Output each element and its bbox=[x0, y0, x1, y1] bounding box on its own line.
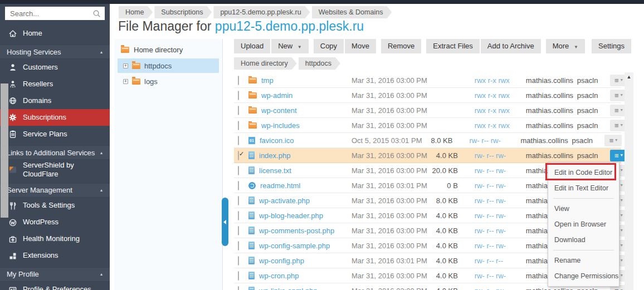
sidebar-item-resellers[interactable]: Resellers bbox=[0, 76, 110, 92]
file-name-link[interactable]: wp-config-sample.php bbox=[248, 242, 352, 250]
permissions-link[interactable]: rw- r-- rw- bbox=[469, 136, 520, 145]
remove-button[interactable]: Remove bbox=[381, 39, 421, 53]
sidebar-item-profile-preferences[interactable]: Profile & Preferences bbox=[0, 282, 110, 290]
row-menu-button[interactable]: ≡▾ bbox=[604, 135, 622, 146]
breadcrumb-item-home[interactable]: Home bbox=[119, 6, 153, 18]
file-name-link[interactable]: wp-includes bbox=[248, 121, 352, 130]
row-checkbox[interactable] bbox=[238, 271, 239, 281]
sidebar-section-server-management[interactable]: Server Management▴ bbox=[0, 183, 110, 198]
menu-item-edit-in-text-editor[interactable]: Edit in Text Editor bbox=[548, 180, 619, 196]
file-name-link[interactable]: license.txt bbox=[248, 166, 352, 175]
permissions-link[interactable]: rw- r-- rw- bbox=[475, 196, 526, 205]
permissions-link[interactable]: rw- r-- rw- bbox=[475, 272, 526, 280]
file-name-link[interactable]: favicon.ico bbox=[248, 136, 352, 145]
permissions-link[interactable]: rwx r-x rwx bbox=[475, 76, 526, 85]
file-name-link[interactable]: wp-links-opml.php bbox=[248, 287, 352, 290]
add-to-archive-button[interactable]: Add to Archive bbox=[481, 39, 541, 53]
file-name-link[interactable]: wp-config.php bbox=[248, 257, 352, 265]
copy-button[interactable]: Copy bbox=[314, 39, 344, 53]
more-button[interactable]: More ▼ bbox=[546, 39, 585, 53]
permissions-link[interactable]: rw- r-- rw- bbox=[475, 227, 526, 235]
menu-item-download[interactable]: Download bbox=[548, 232, 619, 248]
row-checkbox[interactable] bbox=[238, 256, 239, 266]
permissions-link[interactable]: rwx r-x rwx bbox=[475, 121, 526, 130]
expand-icon[interactable]: + bbox=[123, 63, 128, 68]
path-item-home-directory[interactable]: Home directory bbox=[234, 57, 297, 70]
sidebar-search-box[interactable] bbox=[5, 7, 105, 20]
expand-icon[interactable]: + bbox=[123, 79, 128, 84]
row-checkbox[interactable] bbox=[238, 226, 239, 235]
menu-item-change-permissions[interactable]: Change Permissions bbox=[548, 268, 619, 284]
sidebar-item-wordpress[interactable]: WordPress bbox=[0, 214, 110, 231]
table-row-favicon-ico[interactable]: favicon.icoOct 5, 2015 03:01 PM8.0 KBrw-… bbox=[234, 133, 621, 148]
sidebar-section-links-to-additional-services[interactable]: Links to Additional Services▴ bbox=[0, 145, 110, 160]
tree-item-logs[interactable]: +logs bbox=[118, 74, 219, 89]
scrollbar-thumb[interactable] bbox=[1, 83, 8, 218]
menu-item-view[interactable]: View bbox=[548, 201, 619, 217]
file-name-link[interactable]: wp-blog-header.php bbox=[248, 212, 352, 220]
table-row-index-php[interactable]: index.phpMar 31, 2016 03:00 PM4.0 KBrw- … bbox=[234, 148, 621, 163]
table-row-tmp[interactable]: tmpMar 31, 2016 03:00 PMrwx r-x rwxmathi… bbox=[234, 73, 621, 88]
sidebar-item-service-plans[interactable]: Service Plans bbox=[0, 126, 110, 142]
permissions-link[interactable]: rw- r-- rw- bbox=[475, 151, 526, 160]
sidebar-item-tools-settings[interactable]: Tools & Settings bbox=[0, 198, 110, 214]
row-checkbox[interactable] bbox=[238, 106, 239, 115]
sidebar-item-extensions[interactable]: Extensions bbox=[0, 248, 110, 264]
row-checkbox[interactable] bbox=[238, 91, 239, 100]
sidebar-item-home[interactable]: Home bbox=[0, 25, 110, 42]
sidebar-item-servershield-by-cloudflare[interactable]: ServerShield by CloudFlare bbox=[0, 160, 110, 180]
menu-item-open-in-browser[interactable]: Open in Browser bbox=[548, 217, 619, 232]
row-checkbox[interactable] bbox=[238, 286, 239, 290]
menu-item-rename[interactable]: Rename bbox=[548, 253, 619, 268]
menu-item-edit-in-code-editor[interactable]: Edit in Code Editor bbox=[548, 165, 619, 180]
permissions-link[interactable]: rwx r-x rwx bbox=[475, 106, 526, 115]
row-checkbox[interactable] bbox=[238, 241, 239, 250]
file-name-link[interactable]: tmp bbox=[248, 76, 352, 85]
row-checkbox[interactable] bbox=[238, 76, 239, 85]
file-name-link[interactable]: wp-content bbox=[248, 106, 352, 115]
permissions-link[interactable]: rw- r-- rw- bbox=[475, 181, 526, 190]
extract-files-button[interactable]: Extract Files bbox=[426, 39, 480, 53]
tree-collapse-handle[interactable] bbox=[222, 198, 228, 246]
row-checkbox[interactable] bbox=[238, 121, 239, 130]
sidebar-item-subscriptions[interactable]: Subscriptions bbox=[0, 109, 110, 126]
sidebar-item-health-monitoring[interactable]: Health Monitoring bbox=[0, 231, 110, 248]
table-row-wp-includes[interactable]: wp-includesMar 31, 2016 03:00 PMrwx r-x … bbox=[234, 118, 621, 133]
permissions-link[interactable]: rwx r-x rwx bbox=[475, 91, 526, 100]
row-checkbox[interactable] bbox=[238, 211, 239, 220]
file-name-link[interactable]: index.php bbox=[248, 151, 352, 160]
breadcrumb-item-websites-domains[interactable]: Websites & Domains bbox=[312, 6, 392, 18]
row-checkbox[interactable] bbox=[238, 196, 239, 205]
table-row-wp-admin[interactable]: wp-adminMar 31, 2016 03:00 PMrwx r-x rwx… bbox=[234, 88, 621, 103]
sidebar-section-my-profile[interactable]: My Profile▴ bbox=[0, 267, 110, 282]
row-checkbox[interactable] bbox=[238, 181, 239, 190]
vertical-scrollbar[interactable]: ▲ bbox=[625, 72, 633, 290]
move-button[interactable]: Move bbox=[345, 39, 376, 53]
breadcrumb-item-ppu12-5-demo-pp-plesk-ru[interactable]: ppu12-5.demo.pp.plesk.ru bbox=[213, 6, 310, 18]
permissions-link[interactable]: rw- r-- rw- bbox=[475, 287, 526, 290]
scroll-up-icon[interactable]: ▲ bbox=[625, 72, 633, 81]
file-name-link[interactable]: wp-admin bbox=[248, 91, 352, 100]
tree-item-httpdocs[interactable]: +httpdocs bbox=[118, 58, 219, 73]
table-row-wp-content[interactable]: wp-contentMar 31, 2016 03:00 PMrwx r-x r… bbox=[234, 103, 621, 118]
sidebar-item-domains[interactable]: Domains bbox=[0, 92, 110, 109]
search-input[interactable] bbox=[10, 9, 92, 18]
sidebar-section-hosting-services[interactable]: Hosting Services▴ bbox=[0, 45, 110, 59]
sidebar-item-customers[interactable]: Customers bbox=[0, 59, 110, 76]
new-button[interactable]: New ▼ bbox=[271, 39, 309, 53]
file-name-link[interactable]: readme.html bbox=[248, 181, 352, 190]
row-checkbox[interactable] bbox=[238, 136, 239, 145]
row-checkbox[interactable] bbox=[238, 166, 239, 175]
file-name-link[interactable]: wp-activate.php bbox=[248, 196, 352, 205]
permissions-link[interactable]: rw- r-- rw- bbox=[475, 242, 526, 250]
row-checkbox[interactable] bbox=[238, 151, 239, 160]
breadcrumb-item-subscriptions[interactable]: Subscriptions bbox=[154, 6, 212, 18]
permissions-link[interactable]: rw- r-- r-- bbox=[475, 257, 526, 265]
file-name-link[interactable]: wp-comments-post.php bbox=[248, 227, 352, 235]
permissions-link[interactable]: rw- r-- rw- bbox=[475, 212, 526, 220]
settings-button[interactable]: Settings bbox=[592, 39, 631, 53]
permissions-link[interactable]: rw- r-- rw- bbox=[475, 166, 526, 175]
file-name-link[interactable]: wp-cron.php bbox=[248, 272, 352, 280]
tree-root-home-directory[interactable]: Home directory bbox=[114, 39, 222, 57]
path-item-httpdocs[interactable]: httpdocs bbox=[299, 57, 340, 70]
